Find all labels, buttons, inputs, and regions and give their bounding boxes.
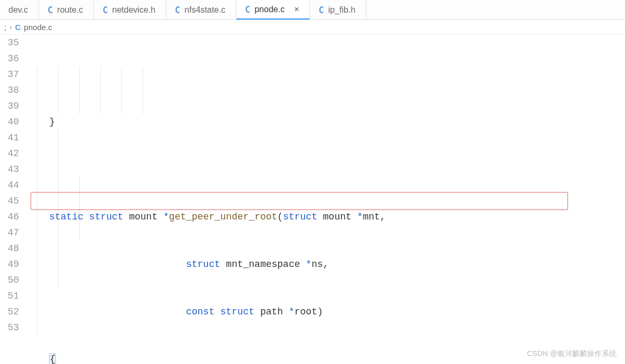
c-file-icon: C (175, 5, 180, 15)
code-line: static struct mount *get_peer_under_root… (26, 209, 625, 225)
breadcrumb-file[interactable]: pnode.c (24, 23, 52, 32)
tab-pnode-c[interactable]: C pnode.c × (236, 0, 310, 20)
line-number: 43 (0, 161, 19, 177)
tab-route-c[interactable]: C route.c (39, 0, 94, 20)
breadcrumb-sep: ; (4, 23, 6, 32)
tab-label: pnode.c (254, 5, 285, 14)
line-number: 50 (0, 272, 19, 288)
line-number: 36 (0, 51, 19, 66)
line-number: 35 (0, 35, 19, 51)
line-number: 52 (0, 304, 19, 320)
line-number: 41 (0, 130, 19, 146)
line-number: 53 (0, 320, 19, 336)
code-line (26, 161, 625, 177)
watermark: CSDN @银河麒麟操作系统 (527, 349, 617, 359)
line-number: 40 (0, 114, 19, 130)
line-number: 37 (0, 66, 19, 82)
c-file-icon: C (15, 23, 21, 32)
code-editor[interactable]: 35 36 37 38 39 40 41 42 43 44 45 46 47 4… (0, 35, 625, 364)
tab-nfs4state-c[interactable]: C nfs4state.c (166, 0, 236, 20)
code-area[interactable]: } static struct mount *get_peer_under_ro… (26, 35, 625, 364)
close-icon[interactable]: × (294, 5, 299, 14)
c-file-icon: C (102, 5, 108, 15)
tab-netdevice-h[interactable]: C netdevice.h (94, 0, 166, 20)
tab-label: nfs4state.c (185, 5, 225, 15)
line-number: 49 (0, 256, 19, 272)
line-number: 48 (0, 241, 19, 256)
tab-label: netdevice.h (112, 5, 155, 15)
tab-dev-c[interactable]: dev.c (0, 0, 39, 20)
line-number: 46 (0, 209, 19, 225)
line-number: 51 (0, 288, 19, 304)
breadcrumb: ; › C pnode.c (0, 20, 625, 35)
line-number: 39 (0, 98, 19, 114)
tab-label: dev.c (8, 5, 28, 15)
c-file-icon: C (245, 4, 250, 15)
code-line: } (26, 114, 625, 130)
line-number-gutter: 35 36 37 38 39 40 41 42 43 44 45 46 47 4… (0, 35, 26, 364)
tab-bar: dev.c C route.c C netdevice.h C nfs4stat… (0, 0, 625, 20)
c-file-icon: C (48, 5, 53, 15)
tab-label: route.c (57, 5, 83, 15)
code-line: const struct path *root) (26, 304, 625, 320)
line-number: 45 (0, 193, 19, 209)
line-number: 44 (0, 177, 19, 193)
line-number: 47 (0, 225, 19, 241)
tab-ip-fib-h[interactable]: C ip_fib.h (310, 0, 366, 20)
chevron-right-icon: › (10, 23, 12, 31)
c-file-icon: C (318, 5, 324, 15)
line-number: 38 (0, 82, 19, 98)
code-line: struct mnt_namespace *ns, (26, 256, 625, 272)
tab-label: ip_fib.h (328, 5, 356, 15)
line-number: 42 (0, 146, 19, 161)
highlight-box (31, 192, 568, 210)
